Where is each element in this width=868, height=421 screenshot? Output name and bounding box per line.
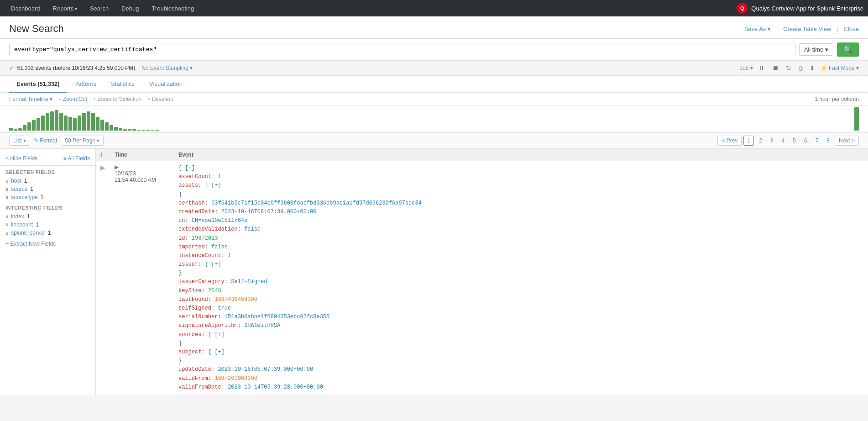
close-button[interactable]: Close (844, 26, 859, 32)
stop-button[interactable]: ⏹ (770, 63, 780, 73)
timeline-bar[interactable] (14, 129, 17, 131)
field-host[interactable]: a host 1 (0, 177, 95, 185)
page-4-button[interactable]: 4 (779, 136, 788, 145)
print-button[interactable]: ⎙ (797, 63, 804, 73)
format-button[interactable]: ✎ Format (34, 137, 57, 144)
timeline-bar[interactable] (100, 120, 104, 131)
job-dropdown[interactable]: Job ▾ (740, 65, 753, 71)
app-logo: Q (737, 3, 748, 14)
timeline-bar[interactable] (155, 130, 159, 131)
page-5-button[interactable]: 5 (790, 136, 799, 145)
timeline-bar[interactable] (110, 125, 113, 131)
fast-mode-dropdown[interactable]: ⚡ Fast Mode ▾ (821, 65, 859, 71)
interesting-fields-title: INTERESTING FIELDS (0, 201, 95, 212)
timeline-bar[interactable] (9, 128, 13, 131)
timeline-bar[interactable] (105, 122, 109, 131)
timeline-bar[interactable] (78, 116, 81, 131)
all-fields-button[interactable]: ≡ All Fields (63, 155, 90, 162)
timeline-bar[interactable] (23, 125, 26, 131)
field-index[interactable]: a index 1 (0, 212, 95, 221)
hide-fields-button[interactable]: < Hide Fields (5, 155, 37, 162)
field-splunk-server[interactable]: a splunk_server 1 (0, 229, 95, 237)
search-input[interactable] (10, 43, 795, 56)
extract-fields-button[interactable]: + Extract New Fields (0, 237, 95, 251)
nav-reports[interactable]: Reports (47, 1, 84, 16)
timeline-bar[interactable] (41, 116, 45, 131)
zoom-selection-button[interactable]: + Zoom to Selection (93, 96, 141, 102)
page-2-button[interactable]: 2 (756, 136, 765, 145)
create-table-button[interactable]: Create Table View (783, 26, 831, 32)
timeline-bar[interactable] (141, 130, 145, 131)
timeline-bar[interactable] (68, 117, 72, 131)
timeline-bar[interactable] (18, 128, 22, 131)
tab-statistics[interactable]: Statistics (104, 76, 142, 93)
table-row: ▶ ▶ 10/16/23 11:54:40.000 AM { [-] asset… (96, 161, 868, 395)
timeline-bar[interactable] (59, 113, 63, 131)
page-1-button[interactable]: 1 (743, 136, 754, 146)
row-expand-time[interactable]: ▶ 10/16/23 11:54:40.000 AM (110, 161, 174, 395)
timeline-bar[interactable] (37, 118, 40, 131)
timeline-bar[interactable] (91, 113, 95, 131)
event-label: events (35, 65, 51, 71)
timeline-bar[interactable] (50, 111, 54, 131)
field-source[interactable]: a source 1 (0, 185, 95, 193)
nav-dashboard[interactable]: Dashboard (5, 1, 47, 16)
save-as-button[interactable]: Save As ▾ (744, 26, 771, 32)
no-sampling-dropdown[interactable]: No Event Sampling ▾ (141, 65, 193, 71)
row-info-icon[interactable]: ▶ (96, 161, 110, 395)
tab-patterns[interactable]: Patterns (67, 76, 104, 93)
pagination: < Prev 1 2 3 4 5 6 7 8 Next > (717, 136, 859, 146)
timeline-bar[interactable] (146, 130, 150, 131)
selected-fields-title: SELECTED FIELDS (0, 166, 95, 177)
timeline-bar[interactable] (151, 130, 154, 131)
timeline-bar[interactable] (137, 130, 141, 131)
page-3-button[interactable]: 3 (767, 136, 777, 145)
page-8-button[interactable]: 8 (823, 136, 833, 145)
deselect-button[interactable]: × Deselect (147, 96, 173, 102)
timeline-bar[interactable] (46, 113, 49, 131)
nav-search[interactable]: Search (84, 1, 115, 16)
time-picker[interactable]: All time ▾ (799, 43, 833, 56)
nav-troubleshooting[interactable]: Troubleshooting (145, 1, 200, 16)
timeline-bar[interactable] (128, 129, 131, 131)
refresh-button[interactable]: ↻ (784, 63, 793, 73)
results-left: List ▾ ✎ Format 50 Per Page ▾ (9, 136, 104, 146)
timeline-bar[interactable] (32, 120, 36, 131)
events-area: i Time Event ▶ ▶ 10/16/23 11:54:40.000 A… (96, 149, 868, 395)
format-timeline-dropdown[interactable]: Format Timeline ▾ (9, 96, 52, 102)
next-page-button[interactable]: Next > (835, 136, 859, 146)
tab-events[interactable]: Events (51,332) (9, 76, 67, 93)
timeline-bar[interactable] (82, 113, 86, 131)
timeline-bar[interactable] (119, 128, 122, 131)
pause-button[interactable]: ⏸ (757, 63, 767, 73)
search-button[interactable]: 🔍 (837, 42, 859, 57)
status-right: Job ▾ ⏸ ⏹ ↻ ⎙ ⬇ ⚡ Fast Mode ▾ (740, 63, 859, 73)
event-count-number: 51,332 (17, 65, 34, 71)
list-dropdown[interactable]: List ▾ (9, 136, 30, 146)
per-page-dropdown[interactable]: 50 Per Page ▾ (61, 136, 104, 146)
nav-debug[interactable]: Debug (115, 1, 145, 16)
timeline-bar[interactable] (96, 117, 99, 131)
timeline-bar[interactable] (55, 110, 58, 131)
tab-visualization[interactable]: Visualization (142, 76, 190, 93)
timeline-bar[interactable] (64, 116, 68, 131)
timeline-bar[interactable] (73, 118, 77, 131)
before-text: (before 10/16/23 4:25:59.000 PM) (53, 65, 135, 71)
nav-items: Dashboard Reports Search Debug Troublesh… (5, 1, 737, 16)
export-button[interactable]: ⬇ (808, 63, 817, 73)
timeline-scale-label: 1 hour per column (815, 96, 859, 102)
timeline-bar[interactable] (27, 122, 31, 131)
field-linecount[interactable]: # linecount 1 (0, 221, 95, 229)
zoom-out-button[interactable]: − Zoom Out (58, 96, 87, 102)
timeline-bar[interactable] (123, 129, 127, 131)
timeline-bar[interactable] (132, 129, 136, 131)
search-bar-area: All time ▾ 🔍 (0, 39, 868, 61)
prev-page-button[interactable]: < Prev (717, 136, 742, 146)
timeline-bar[interactable] (87, 111, 90, 131)
page-title: New Search (9, 23, 64, 35)
col-header-time: Time (110, 149, 174, 161)
timeline-bar[interactable] (114, 127, 118, 131)
page-7-button[interactable]: 7 (812, 136, 822, 145)
field-sourcetype[interactable]: a sourcetype 1 (0, 193, 95, 201)
page-6-button[interactable]: 6 (801, 136, 810, 145)
